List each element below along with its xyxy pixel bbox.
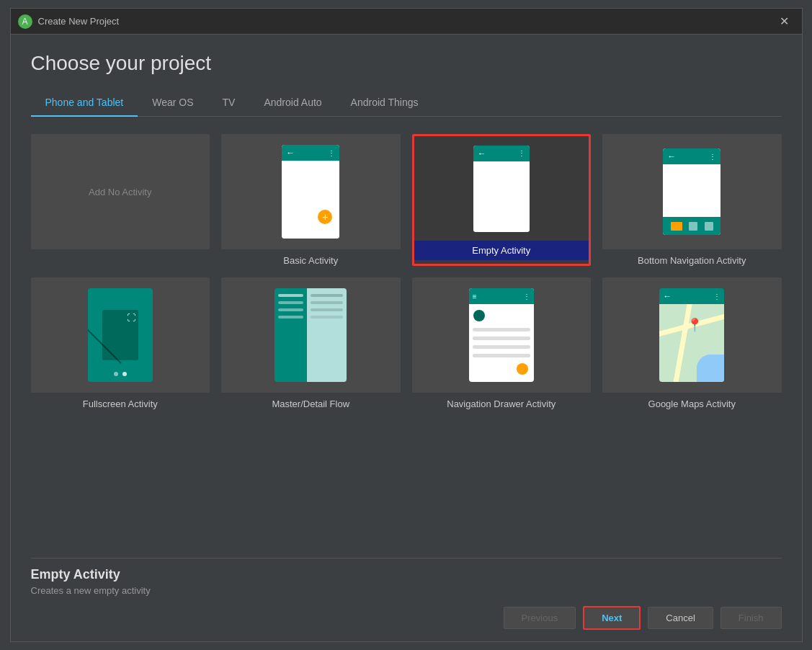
next-button[interactable]: Next [583, 606, 641, 630]
card-master-detail-label: Master/Detail Flow [272, 399, 349, 409]
card-google-maps-label: Google Maps Activity [648, 399, 736, 409]
dots-icon: ⋮ [523, 293, 530, 300]
page-title: Choose your project [31, 52, 782, 75]
card-fullscreen-activity[interactable]: ⛶ Fullscreen Activity [31, 277, 210, 409]
titlebar-left: A Create New Project [18, 14, 120, 29]
drawer-header: ≡ ⋮ [469, 288, 534, 304]
card-google-maps-image: ← ⋮ 📍 [602, 277, 782, 393]
card-master-detail[interactable]: Master/Detail Flow [221, 277, 401, 409]
footer-buttons: Previous Next Cancel Finish [31, 596, 782, 630]
selected-activity-title: Empty Activity [31, 567, 782, 582]
card-google-maps[interactable]: ← ⋮ 📍 [602, 277, 782, 409]
master-panel [275, 288, 307, 382]
activity-grid: Add No Activity ← ⋮ + [31, 128, 782, 415]
card-empty-activity-label: Empty Activity [414, 241, 589, 260]
menu-dots-icon: ⋮ [328, 149, 335, 157]
dl2 [311, 301, 343, 304]
card-basic-activity[interactable]: ← ⋮ + Basic Activity [221, 134, 401, 266]
previous-button[interactable]: Previous [504, 607, 576, 629]
fs-dots [114, 372, 127, 376]
card-no-activity[interactable]: Add No Activity [31, 134, 210, 266]
water [697, 355, 724, 382]
card-master-detail-image [221, 277, 401, 393]
mock-header: ← ⋮ [282, 145, 339, 161]
card-empty-activity-image: ← ⋮ [414, 136, 589, 241]
bottom-nav-mockup: ← ⋮ [663, 148, 720, 235]
master-detail-mockup [275, 288, 347, 382]
no-activity-label: Add No Activity [89, 187, 151, 197]
card-nav-drawer[interactable]: ≡ ⋮ Nav [412, 277, 592, 409]
mock-header-bn: ← ⋮ [663, 148, 720, 164]
maps-mockup: ← ⋮ 📍 [659, 288, 724, 382]
ml4 [278, 316, 303, 319]
tab-bar: Phone and Tablet Wear OS TV Android Auto… [31, 89, 782, 117]
nav-drawer-mockup: ≡ ⋮ [469, 288, 534, 382]
back-icon: ← [663, 291, 672, 301]
drawer-lines [473, 328, 530, 357]
card-basic-activity-image: ← ⋮ + [221, 134, 401, 249]
mock-header-empty: ← ⋮ [473, 146, 530, 161]
card-empty-activity[interactable]: ← ⋮ Empty Activity [412, 134, 592, 266]
detail-panel [307, 288, 347, 382]
nav-item-1 [671, 222, 682, 231]
bottom-info-section: Empty Activity Creates a new empty activ… [31, 558, 782, 630]
card-nav-drawer-image: ≡ ⋮ [412, 277, 592, 393]
bn-body [663, 164, 720, 217]
road2 [671, 297, 693, 382]
activity-grid-area[interactable]: Add No Activity ← ⋮ + [31, 117, 782, 558]
ml1 [278, 294, 303, 297]
tab-android-auto[interactable]: Android Auto [249, 89, 336, 117]
card-fullscreen-image: ⛶ [31, 277, 210, 393]
line4 [473, 354, 530, 357]
app-icon: A [18, 14, 32, 29]
tab-wear-os[interactable]: Wear OS [138, 89, 208, 117]
hamburger-icon: ≡ [473, 293, 477, 300]
menu-dots-icon: ⋮ [518, 149, 525, 157]
drawer-fab [517, 363, 528, 375]
back-arrow-icon: ← [286, 148, 295, 158]
main-content: Choose your project Phone and Tablet Wea… [11, 35, 802, 641]
drawer-avatar [473, 310, 485, 321]
create-project-window: A Create New Project ✕ Choose your proje… [10, 8, 803, 642]
nav-item-3 [705, 222, 713, 231]
card-nav-drawer-label: Navigation Drawer Activity [447, 399, 556, 409]
window-title: Create New Project [38, 16, 120, 27]
dots-icon: ⋮ [713, 293, 720, 300]
dots-icon: ⋮ [709, 153, 716, 161]
basic-activity-mockup: ← ⋮ + [282, 145, 339, 239]
bottom-nav-bar [663, 217, 720, 235]
finish-button[interactable]: Finish [720, 607, 782, 629]
dl1 [311, 294, 343, 297]
mock-body-empty [473, 161, 530, 232]
tab-phone-tablet[interactable]: Phone and Tablet [31, 89, 138, 117]
dl4 [311, 316, 343, 319]
back-icon: ← [667, 151, 676, 161]
fullscreen-mockup: ⛶ [88, 288, 153, 382]
tab-android-things[interactable]: Android Things [336, 89, 433, 117]
card-bottom-nav-image: ← ⋮ [602, 134, 782, 249]
maps-body: 📍 [659, 304, 724, 382]
line3 [473, 345, 530, 349]
ml2 [278, 301, 303, 304]
empty-activity-mockup: ← ⋮ [473, 146, 530, 232]
maps-header: ← ⋮ [659, 288, 724, 304]
card-bottom-nav-label: Bottom Navigation Activity [638, 255, 746, 266]
dl3 [311, 308, 343, 311]
line2 [473, 337, 530, 340]
tab-tv[interactable]: TV [208, 89, 250, 117]
cancel-button[interactable]: Cancel [648, 607, 713, 629]
ml3 [278, 308, 303, 311]
map-pin-icon: 📍 [687, 317, 702, 333]
mock-body [282, 161, 339, 239]
card-no-activity-image: Add No Activity [31, 134, 210, 249]
back-arrow-icon: ← [478, 148, 486, 159]
card-bottom-nav-activity[interactable]: ← ⋮ Bott [602, 134, 782, 266]
card-basic-activity-label: Basic Activity [283, 255, 338, 266]
line1 [473, 328, 530, 331]
nav-item-2 [689, 222, 697, 231]
selected-activity-desc: Creates a new empty activity [31, 585, 782, 596]
titlebar: A Create New Project ✕ [11, 9, 802, 35]
fs-inner: ⛶ [102, 310, 138, 360]
close-button[interactable]: ✕ [774, 12, 795, 31]
card-fullscreen-label: Fullscreen Activity [83, 399, 158, 409]
